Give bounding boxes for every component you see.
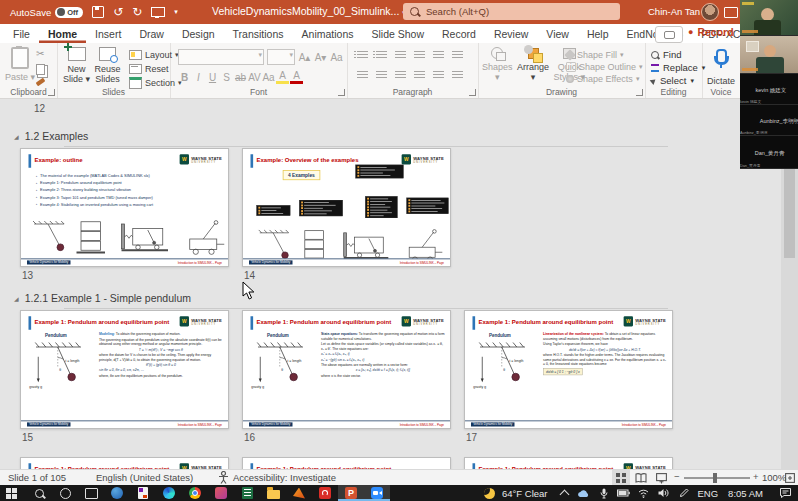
language-indicator[interactable]: English (United States) xyxy=(96,472,193,483)
ribbon-display-options-icon[interactable] xyxy=(724,7,738,18)
tab-insert[interactable]: Insert xyxy=(86,24,130,43)
text-shadow-button[interactable]: S xyxy=(220,72,233,83)
zoom-out-button[interactable]: − xyxy=(674,471,680,482)
select-button[interactable]: Select▾ xyxy=(651,75,705,86)
slide-17-number[interactable]: 17 xyxy=(466,432,477,443)
slide-13-thumbnail[interactable]: Example: outline W WAYNE STATEUNIVERSITY… xyxy=(20,148,229,267)
redo-icon[interactable]: ↻ xyxy=(132,6,142,18)
paragraph-dialog-launcher[interactable] xyxy=(469,89,476,96)
reading-view-button[interactable] xyxy=(632,470,650,486)
action-center-button[interactable] xyxy=(775,485,797,501)
search-box[interactable] xyxy=(403,3,620,20)
input-language-button[interactable]: ENG xyxy=(698,488,719,499)
user-avatar[interactable] xyxy=(701,3,719,21)
microphone-tray-button[interactable] xyxy=(594,485,614,501)
slide-counter[interactable]: Slide 1 of 105 xyxy=(8,472,66,483)
strikethrough-button[interactable]: ab xyxy=(234,72,247,83)
participant-tile[interactable]: kevin 姚廷文 kevin 姚廷文 xyxy=(740,74,798,105)
slide-14-number[interactable]: 14 xyxy=(244,270,255,281)
justify-button[interactable] xyxy=(414,71,425,80)
columns-button[interactable] xyxy=(433,71,444,80)
weather-button[interactable] xyxy=(476,485,502,501)
font-color-button[interactable]: A xyxy=(290,70,303,84)
slide-sorter-view-button[interactable] xyxy=(612,470,630,486)
align-right-button[interactable] xyxy=(395,71,406,80)
copy-icon[interactable] xyxy=(36,64,45,75)
section-collapse-icon[interactable]: ◢ xyxy=(14,295,19,302)
increase-indent-button[interactable] xyxy=(414,51,425,60)
volume-tray-button[interactable] xyxy=(654,485,674,501)
battery-tray-button[interactable] xyxy=(614,485,634,501)
task-view-button[interactable] xyxy=(78,485,104,501)
acrobat-app-button[interactable] xyxy=(312,485,338,501)
shrink-font-button[interactable]: A▾ xyxy=(314,52,327,63)
align-center-button[interactable] xyxy=(376,71,387,80)
tab-help[interactable]: Help xyxy=(578,24,618,43)
slide-15-number[interactable]: 15 xyxy=(22,432,33,443)
cortana-button[interactable] xyxy=(52,485,78,501)
tab-view[interactable]: View xyxy=(537,24,578,43)
slide-15-thumbnail[interactable]: Example 1: Pendulum around equilibrium p… xyxy=(20,310,229,429)
tab-review[interactable]: Review xyxy=(485,24,537,43)
shapes-button[interactable]: Shapes▾ xyxy=(482,43,513,82)
powerpoint-app-button[interactable]: P xyxy=(338,485,364,501)
excel-app-button[interactable] xyxy=(234,485,260,501)
autosave-toggle[interactable]: AutoSave Off xyxy=(10,7,83,18)
participant-video-speaker[interactable] xyxy=(740,0,798,36)
matlab-app-button[interactable] xyxy=(286,485,312,501)
section-collapse-icon[interactable]: ◢ xyxy=(14,133,19,140)
character-spacing-button[interactable]: AV xyxy=(248,72,261,83)
network-tray-button[interactable] xyxy=(634,485,654,501)
zoom-slider-knob[interactable] xyxy=(713,473,717,483)
reuse-slides-button[interactable]: ReuseSlides xyxy=(95,43,121,84)
tab-animations[interactable]: Animations xyxy=(293,24,363,43)
shape-outline-button[interactable]: Shape Outline▾ xyxy=(566,62,643,72)
weather-text[interactable]: 64°F Clear xyxy=(502,488,548,499)
start-slideshow-icon[interactable] xyxy=(151,7,165,17)
photos-app-button[interactable] xyxy=(208,485,234,501)
qat-customize-caret[interactable]: ▾ xyxy=(174,8,178,16)
file-explorer-button[interactable] xyxy=(260,485,286,501)
change-case-button[interactable]: Aa xyxy=(262,72,275,83)
participant-tile[interactable]: Dan_黄丹青 Dan_黄丹青 xyxy=(740,136,798,169)
slide-17-thumbnail[interactable]: Example 1: Pendulum around equilibrium p… xyxy=(464,310,673,429)
tab-home[interactable]: Home xyxy=(39,24,86,43)
font-dialog-launcher[interactable] xyxy=(338,89,345,96)
grow-font-button[interactable]: A▴ xyxy=(298,52,311,63)
slideshow-view-button[interactable] xyxy=(652,470,670,486)
user-name[interactable]: Chin-An Tan xyxy=(648,6,700,17)
replace-button[interactable]: Replace▾ xyxy=(651,62,705,73)
text-direction-button[interactable] xyxy=(452,51,463,60)
convert-smartart-button[interactable] xyxy=(452,71,463,80)
slide-13-number[interactable]: 13 xyxy=(22,270,33,281)
dictate-button[interactable]: Dictate xyxy=(706,43,736,86)
chrome-app-button[interactable] xyxy=(182,485,208,501)
zoom-in-button[interactable]: + xyxy=(753,471,759,482)
format-painter-icon[interactable] xyxy=(36,78,46,86)
tab-transitions[interactable]: Transitions xyxy=(224,24,293,43)
zoom-slider-track[interactable] xyxy=(684,477,750,479)
edge-app-button[interactable] xyxy=(156,485,182,501)
drawing-dialog-launcher[interactable] xyxy=(636,89,643,96)
search-input[interactable] xyxy=(424,5,598,18)
align-left-button[interactable] xyxy=(357,71,368,80)
accessibility-status[interactable]: Accessibility: Investigate xyxy=(233,472,336,483)
arrange-button[interactable]: Arrange▾ xyxy=(517,44,549,82)
section-header-example1[interactable]: ◢ 1.2.1 Example 1 - Simple pendulum xyxy=(14,292,191,304)
tab-design[interactable]: Design xyxy=(173,24,224,43)
slide-12-number[interactable]: 12 xyxy=(34,103,45,114)
fit-to-window-icon[interactable] xyxy=(785,473,795,483)
zoom-level[interactable]: 100% xyxy=(762,472,786,483)
slide-16-thumbnail[interactable]: Example 1: Pendulum around equilibrium p… xyxy=(242,310,451,429)
find-button[interactable]: Find xyxy=(651,49,705,60)
onedrive-tray-button[interactable] xyxy=(574,485,594,501)
cut-icon[interactable]: ✂ xyxy=(36,48,45,59)
slide-14-thumbnail[interactable]: Example: Overview of the examples W WAYN… xyxy=(242,148,451,267)
paste-button[interactable]: Paste ▾ xyxy=(5,43,35,82)
decrease-indent-button[interactable] xyxy=(395,51,406,60)
notes-app-button[interactable] xyxy=(130,485,156,501)
tab-record[interactable]: Record xyxy=(433,24,485,43)
tab-draw[interactable]: Draw xyxy=(130,24,173,43)
meeting-app-button[interactable] xyxy=(364,485,390,501)
numbering-button[interactable] xyxy=(376,51,387,60)
